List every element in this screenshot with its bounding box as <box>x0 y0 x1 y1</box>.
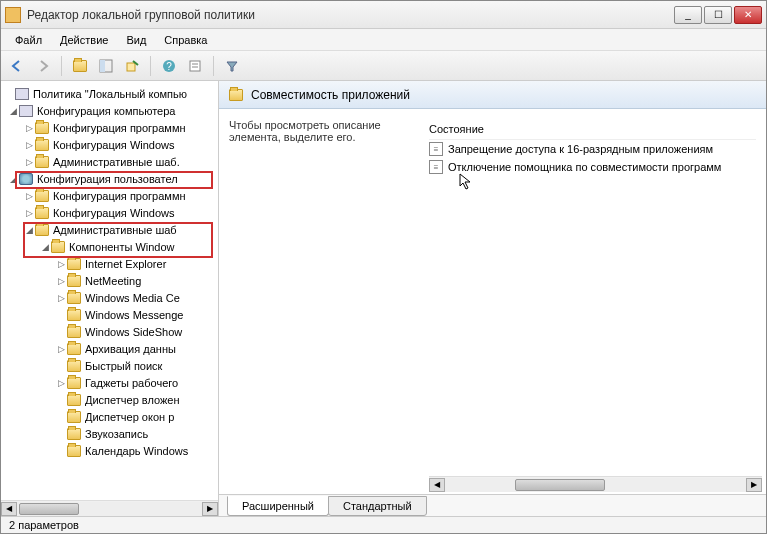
folder-icon <box>67 428 81 440</box>
scroll-right-button[interactable]: ▶ <box>202 502 218 516</box>
back-button[interactable] <box>5 54 29 78</box>
show-hide-tree-button[interactable] <box>94 54 118 78</box>
help-button[interactable]: ? <box>157 54 181 78</box>
expander-closed-icon[interactable]: ▷ <box>23 122 35 134</box>
expander-closed-icon[interactable]: ▷ <box>55 377 67 389</box>
title-bar: Редактор локальной групповой политики _ … <box>1 1 766 29</box>
folder-icon <box>35 190 49 202</box>
minimize-button[interactable]: _ <box>674 6 702 24</box>
computer-icon <box>19 105 33 117</box>
tree-item[interactable]: ▷Конфигурация Windows <box>1 204 218 221</box>
tree-comp-config[interactable]: ◢ Конфигурация компьютера <box>1 102 218 119</box>
tree-item[interactable]: ▷Архивация данны <box>1 340 218 357</box>
list-item[interactable]: ≡ Отключение помощника по совместимости … <box>429 158 756 176</box>
expander-closed-icon[interactable]: ▷ <box>23 139 35 151</box>
tree-label: Конфигурация Windows <box>53 207 175 219</box>
expander-closed-icon[interactable]: ▷ <box>23 156 35 168</box>
expander-closed-icon[interactable]: ▷ <box>55 343 67 355</box>
tree-item[interactable]: ▷NetMeeting <box>1 272 218 289</box>
folder-icon <box>67 275 81 287</box>
tree-item[interactable]: Календарь Windows <box>1 442 218 459</box>
tree-item[interactable]: ▷Конфигурация программн <box>1 119 218 136</box>
scroll-thumb[interactable] <box>515 479 605 491</box>
content-horizontal-scrollbar[interactable]: ◀ ▶ <box>429 476 762 492</box>
tree-label: Административные шаб. <box>53 156 180 168</box>
content-pane: Совместимость приложений Чтобы просмотре… <box>219 81 766 516</box>
tree-item[interactable]: Звукозапись <box>1 425 218 442</box>
tab-extended[interactable]: Расширенный <box>227 496 329 516</box>
menu-view[interactable]: Вид <box>118 32 154 48</box>
content-body: Чтобы просмотреть описание элемента, выд… <box>219 109 766 303</box>
tree-item[interactable]: Диспетчер окон р <box>1 408 218 425</box>
tree-item[interactable]: Windows Messenge <box>1 306 218 323</box>
list-item[interactable]: ≡ Запрещение доступа к 16-разрядным прил… <box>429 140 756 158</box>
tree-item[interactable]: ▷Конфигурация программн <box>1 187 218 204</box>
close-button[interactable]: ✕ <box>734 6 762 24</box>
scroll-track[interactable] <box>445 478 746 492</box>
setting-icon: ≡ <box>429 160 443 174</box>
properties-button[interactable] <box>183 54 207 78</box>
tree-item[interactable]: ▷Конфигурация Windows <box>1 136 218 153</box>
maximize-button[interactable]: ☐ <box>704 6 732 24</box>
tree-item[interactable]: Диспетчер вложен <box>1 391 218 408</box>
tree-label: Диспетчер окон р <box>85 411 174 423</box>
tree-horizontal-scrollbar[interactable]: ◀ ▶ <box>1 500 218 516</box>
tree-item[interactable]: Быстрый поиск <box>1 357 218 374</box>
folder-icon <box>67 411 81 423</box>
tree-label: Конфигурация компьютера <box>37 105 175 117</box>
up-button[interactable] <box>68 54 92 78</box>
expander-closed-icon[interactable]: ▷ <box>55 292 67 304</box>
export-button[interactable] <box>120 54 144 78</box>
column-header-state[interactable]: Состояние <box>429 119 756 140</box>
scroll-right-button[interactable]: ▶ <box>746 478 762 492</box>
window-controls: _ ☐ ✕ <box>674 6 762 24</box>
content-heading: Совместимость приложений <box>251 88 410 102</box>
folder-icon <box>67 445 81 457</box>
app-icon <box>5 7 21 23</box>
scroll-left-button[interactable]: ◀ <box>1 502 17 516</box>
tree-label: Internet Explorer <box>85 258 166 270</box>
expander-icon[interactable] <box>3 88 15 100</box>
tree-label: Конфигурация программн <box>53 122 186 134</box>
filter-button[interactable] <box>220 54 244 78</box>
folder-icon <box>67 309 81 321</box>
separator-icon <box>150 56 151 76</box>
scroll-left-button[interactable]: ◀ <box>429 478 445 492</box>
folder-icon <box>35 207 49 219</box>
tree-label: Диспетчер вложен <box>85 394 180 406</box>
menu-action[interactable]: Действие <box>52 32 116 48</box>
tree-item[interactable]: ▷Windows Media Ce <box>1 289 218 306</box>
folder-icon <box>67 360 81 372</box>
tree-label: Архивация данны <box>85 343 176 355</box>
menu-file[interactable]: Файл <box>7 32 50 48</box>
settings-list: Состояние ≡ Запрещение доступа к 16-разр… <box>429 119 756 293</box>
tree-content: Политика "Локальный компью ◢ Конфигураци… <box>1 81 218 500</box>
expander-closed-icon[interactable]: ▷ <box>55 275 67 287</box>
tree-item[interactable]: Windows SideShow <box>1 323 218 340</box>
tree-root[interactable]: Политика "Локальный компью <box>1 85 218 102</box>
menu-bar: Файл Действие Вид Справка <box>1 29 766 51</box>
expander-closed-icon[interactable]: ▷ <box>23 190 35 202</box>
tree-label: Быстрый поиск <box>85 360 162 372</box>
expander-closed-icon[interactable]: ▷ <box>55 258 67 270</box>
tree-label: Гаджеты рабочего <box>85 377 178 389</box>
description-panel: Чтобы просмотреть описание элемента, выд… <box>229 119 409 293</box>
list-item-label: Запрещение доступа к 16-разрядным прилож… <box>448 143 713 155</box>
status-text: 2 параметров <box>9 519 79 531</box>
expander-closed-icon[interactable]: ▷ <box>23 207 35 219</box>
folder-icon <box>67 394 81 406</box>
menu-help[interactable]: Справка <box>156 32 215 48</box>
tab-standard[interactable]: Стандартный <box>328 496 427 516</box>
scroll-track[interactable] <box>17 502 202 516</box>
folder-icon <box>35 156 49 168</box>
folder-icon <box>67 343 81 355</box>
tab-strip: Расширенный Стандартный <box>219 494 766 516</box>
tree-item[interactable]: ▷Гаджеты рабочего <box>1 374 218 391</box>
scroll-thumb[interactable] <box>19 503 79 515</box>
main-area: Политика "Локальный компью ◢ Конфигураци… <box>1 81 766 516</box>
forward-button[interactable] <box>31 54 55 78</box>
tree-item[interactable]: ▷Административные шаб. <box>1 153 218 170</box>
expander-open-icon[interactable]: ◢ <box>7 105 19 117</box>
highlight-box <box>15 171 213 189</box>
folder-icon <box>67 258 81 270</box>
